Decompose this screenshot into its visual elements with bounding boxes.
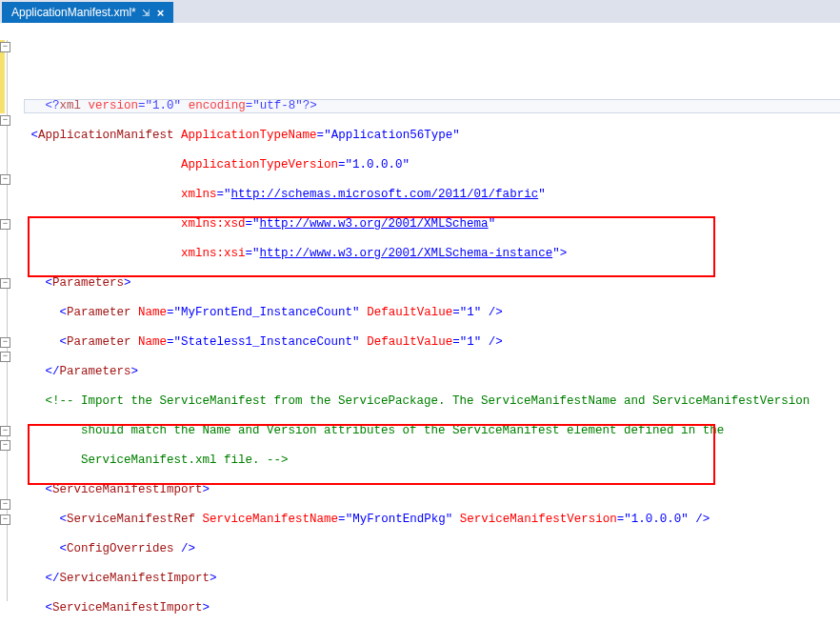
val-default1: "1" <box>460 306 482 319</box>
val-apptypename: "Application56Type" <box>324 129 460 142</box>
attr-xmlnsxsd: xmlns:xsd <box>181 217 246 231</box>
fold-icon[interactable]: − <box>0 499 10 510</box>
fold-icon[interactable]: − <box>0 278 10 289</box>
val-xmlnsxsd: http://www.w3.org/2001/XMLSchema <box>260 217 489 231</box>
xml-decl-name: xml <box>60 99 82 112</box>
elem-smi-close: ServiceManifestImport <box>60 572 210 585</box>
xml-decl-open: <? <box>46 99 60 112</box>
tab-bar: ApplicationManifest.xml* ⇲ × <box>0 0 840 23</box>
val-smver1: "1.0.0.0" <box>624 513 689 526</box>
code-area[interactable]: <?xml version="1.0" encoding="utf-8"?> <… <box>24 23 840 625</box>
fold-icon[interactable]: − <box>0 219 10 230</box>
val-encoding: "utf-8" <box>252 99 303 112</box>
attr-smname: ServiceManifestName <box>203 513 339 526</box>
fold-icon[interactable]: − <box>0 115 10 126</box>
fold-icon[interactable]: − <box>0 352 10 362</box>
attr-smver: ServiceManifestVersion <box>460 513 617 526</box>
val-xmlns: http://schemas.microsoft.com/2011/01/fab… <box>231 188 539 201</box>
val-param1-name: "MyFrontEnd_InstanceCount" <box>174 306 360 319</box>
elem-appmanifest: ApplicationManifest <box>38 129 174 142</box>
elem-parameter: Parameter <box>67 335 131 349</box>
elem-smr: ServiceManifestRef <box>67 513 195 526</box>
attr-version: version <box>89 99 139 112</box>
elem-smi2: ServiceManifestImport <box>52 601 203 615</box>
code-editor[interactable]: − − − − − − − − − − − <box>0 23 840 625</box>
elem-cfgov: ConfigOverrides <box>67 542 174 555</box>
attr-apptypever: ApplicationTypeVersion <box>181 158 338 171</box>
fold-icon[interactable]: − <box>0 337 10 348</box>
gutter: − − − − − − − − − − − <box>0 23 24 625</box>
attr-name: Name <box>138 335 167 349</box>
val-apptypever: "1.0.0.0" <box>346 158 410 171</box>
tab-label: ApplicationManifest.xml* <box>11 6 136 19</box>
comment-import-l3: ServiceManifest.xml file. --> <box>46 454 289 467</box>
attr-apptypename: ApplicationTypeName <box>181 129 317 142</box>
fold-icon[interactable]: − <box>0 514 10 525</box>
attr-xmlnsxsi: xmlns:xsi <box>181 247 246 260</box>
fold-icon[interactable]: − <box>0 440 10 451</box>
attr-defaultvalue: DefaultValue <box>367 306 452 319</box>
comment-import-l1: <!-- Import the ServiceManifest from the… <box>46 394 817 408</box>
attr-defaultvalue: DefaultValue <box>367 335 452 349</box>
fold-icon[interactable]: − <box>0 174 10 185</box>
elem-parameters-close: Parameters <box>60 365 131 378</box>
val-smname1: "MyFrontEndPkg" <box>346 513 453 526</box>
elem-parameters: Parameters <box>52 276 124 290</box>
fold-icon[interactable]: − <box>0 426 10 436</box>
val-default2: "1" <box>460 335 482 349</box>
elem-parameter: Parameter <box>67 306 131 319</box>
attr-encoding: encoding <box>189 99 246 112</box>
fold-icon[interactable]: − <box>0 42 10 52</box>
xml-decl-close: ?> <box>303 99 317 112</box>
active-tab[interactable]: ApplicationManifest.xml* ⇲ × <box>2 2 173 23</box>
pin-icon[interactable]: ⇲ <box>142 8 150 18</box>
attr-xmlns: xmlns <box>181 188 217 201</box>
val-xmlnsxsi: http://www.w3.org/2001/XMLSchema-instanc… <box>260 247 553 260</box>
val-param2-name: "Stateless1_InstanceCount" <box>174 335 360 349</box>
attr-name: Name <box>138 306 167 319</box>
val-version: "1.0" <box>146 99 182 112</box>
comment-import-l2: should match the Name and Version attrib… <box>46 424 731 437</box>
close-icon[interactable]: × <box>155 6 167 20</box>
elem-smi: ServiceManifestImport <box>52 483 203 496</box>
